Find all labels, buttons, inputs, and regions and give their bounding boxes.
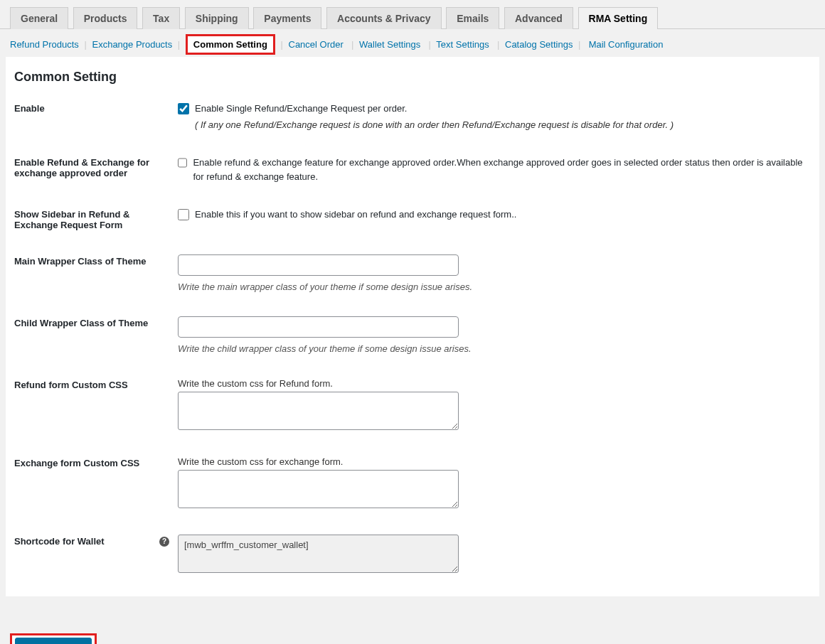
subnav-refund-products[interactable]: Refund Products [10,39,79,50]
subnav-text-settings[interactable]: Text Settings [436,39,489,50]
subnav-mail-configuration[interactable]: Mail Configuration [589,39,664,50]
settings-panel: Common Setting Enable Enable Single Refu… [6,57,819,596]
row-main-wrapper: Main Wrapper Class of Theme Write the ma… [14,254,811,292]
subnav-common-setting[interactable]: Common Setting [186,34,275,55]
input-main-wrapper[interactable] [178,254,459,276]
hint-exchange-css: Write the custom css for exchange form. [178,456,811,467]
label-shortcode-wallet: Shortcode for Wallet ? [14,535,178,547]
textarea-shortcode-wallet[interactable]: [mwb_wrffm_customer_wallet] [178,535,459,573]
row-exchange-css: Exchange form Custom CSS Write the custo… [14,456,811,510]
row-refund-css: Refund form Custom CSS Write the custom … [14,378,811,432]
tab-products[interactable]: Products [73,7,138,29]
label-refund-css: Refund form Custom CSS [14,378,178,390]
checkbox-enable-single-refund[interactable] [178,103,189,114]
row-shortcode-wallet: Shortcode for Wallet ? [mwb_wrffm_custom… [14,535,811,575]
label-enable-refund-exchange: Enable Refund & Exchange for exchange ap… [14,156,178,178]
checkbox-enable-text-wrapper: Enable Single Refund/Exchange Request pe… [195,102,674,132]
textarea-exchange-css[interactable] [178,470,459,508]
tab-rma-setting[interactable]: RMA Setting [578,7,659,29]
label-show-sidebar: Show Sidebar in Refund & Exchange Reques… [14,208,178,230]
tab-general[interactable]: General [10,7,68,29]
checkbox-enable-text: Enable Single Refund/Exchange Request pe… [195,103,407,114]
tab-tax[interactable]: Tax [142,7,180,29]
nav-tab-wrapper: General Products Tax Shipping Payments A… [0,0,825,29]
separator: | [280,39,282,50]
tab-emails[interactable]: Emails [446,7,499,29]
help-icon[interactable]: ? [159,537,169,547]
tab-payments[interactable]: Payments [253,7,321,29]
tab-advanced[interactable]: Advanced [504,7,573,29]
row-child-wrapper: Child Wrapper Class of Theme Write the c… [14,316,811,354]
checkbox-show-sidebar[interactable] [178,209,189,220]
sub-nav: Refund Products | Exchange Products | Co… [0,29,825,57]
subnav-cancel-order[interactable]: Cancel Order [289,39,344,50]
separator: | [426,39,431,50]
label-exchange-css: Exchange form Custom CSS [14,456,178,468]
subnav-wallet-settings[interactable]: Wallet Settings [359,39,420,50]
subnav-catalog-settings[interactable]: Catalog Settings [505,39,573,50]
save-highlight: Save changes [10,633,97,644]
tab-shipping[interactable]: Shipping [185,7,249,29]
separator: | [578,39,583,50]
subnav-exchange-products[interactable]: Exchange Products [92,39,172,50]
input-child-wrapper[interactable] [178,316,459,338]
save-changes-button[interactable]: Save changes [15,638,92,644]
row-show-sidebar: Show Sidebar in Refund & Exchange Reques… [14,208,811,230]
checkbox-enable-note: ( If any one Refund/Exchange request is … [195,118,674,132]
label-child-wrapper: Child Wrapper Class of Theme [14,316,178,328]
checkbox-enable-refund-exchange-text: Enable refund & exchange feature for exc… [193,156,811,183]
tab-accounts-privacy[interactable]: Accounts & Privacy [326,7,442,29]
desc-main-wrapper: Write the main wrapper class of your the… [178,281,811,292]
separator: | [348,39,353,50]
separator: | [494,39,499,50]
row-enable: Enable Enable Single Refund/Exchange Req… [14,102,811,132]
label-enable: Enable [14,102,178,114]
hint-refund-css: Write the custom css for Refund form. [178,378,811,389]
checkbox-enable-refund-exchange[interactable] [178,157,187,168]
textarea-refund-css[interactable] [178,392,459,430]
checkbox-show-sidebar-text: Enable this if you want to show sidebar … [195,208,516,222]
desc-child-wrapper: Write the child wrapper class of your th… [178,343,811,354]
page-title: Common Setting [14,57,811,102]
row-enable-refund-exchange: Enable Refund & Exchange for exchange ap… [14,156,811,183]
separator: | [178,39,180,50]
label-main-wrapper: Main Wrapper Class of Theme [14,254,178,267]
separator: | [84,39,86,50]
